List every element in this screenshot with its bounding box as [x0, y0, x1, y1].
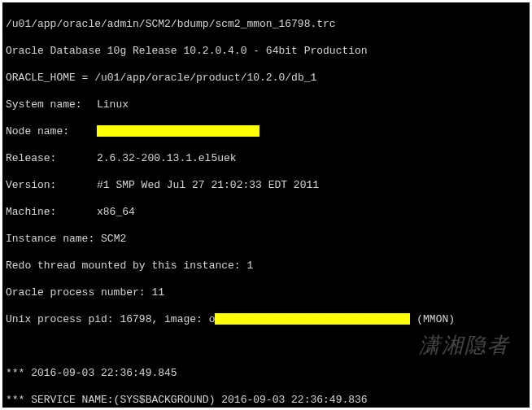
- system-name-value: Linux: [97, 98, 129, 111]
- machine-label: Machine:: [6, 206, 97, 220]
- oracle-home-value: /u01/app/oracle/product/10.2.0/db_1: [94, 72, 316, 84]
- instance-name: Instance name: SCM2: [6, 233, 526, 246]
- unix-process: Unix process pid: 16798, image: o (MMON): [6, 313, 526, 327]
- version: Version:#1 SMP Wed Jul 27 21:02:33 EDT 2…: [6, 179, 526, 193]
- version-value: #1 SMP Wed Jul 27 21:02:33 EDT 2011: [97, 179, 319, 191]
- release-label: Release:: [6, 152, 97, 166]
- unix-pid-label: Unix process pid:: [6, 313, 114, 325]
- machine: Machine:x86_64: [6, 206, 526, 220]
- db-version: Oracle Database 10g Release 10.2.0.4.0 -…: [6, 45, 526, 59]
- system-name-label: System name:: [6, 98, 97, 112]
- terminal-output: /u01/app/oracle/admin/SCM2/bdump/scm2_mm…: [2, 2, 530, 408]
- redaction-block: [215, 313, 410, 325]
- redo-thread: Redo thread mounted by this instance: 1: [6, 260, 526, 273]
- instance-name-value: SCM2: [101, 233, 126, 245]
- system-name: System name:Linux: [6, 98, 526, 112]
- node-name: Node name:: [6, 125, 526, 139]
- version-label: Version:: [6, 179, 97, 193]
- release: Release:2.6.32-200.13.1.el5uek: [6, 152, 526, 166]
- release-value: 2.6.32-200.13.1.el5uek: [97, 152, 237, 164]
- service-name: *** SERVICE NAME:(SYS$BACKGROUND) 2016-0…: [6, 394, 526, 408]
- oracle-home: ORACLE_HOME = /u01/app/oracle/product/10…: [6, 72, 526, 85]
- timestamp: *** 2016-09-03 22:36:49.845: [6, 367, 526, 381]
- trace-file-path: /u01/app/oracle/admin/SCM2/bdump/scm2_mm…: [6, 18, 526, 32]
- redaction-block: [97, 125, 259, 137]
- instance-name-label: Instance name:: [6, 233, 94, 245]
- unix-pid-value: 16798, image: o: [120, 313, 215, 325]
- unix-pid-suffix: (MMON): [410, 313, 455, 325]
- oracle-process: Oracle process number: 11: [6, 286, 526, 300]
- node-name-label: Node name:: [6, 125, 97, 139]
- machine-value: x86_64: [97, 206, 135, 218]
- frame: /u01/app/oracle/admin/SCM2/bdump/scm2_mm…: [0, 0, 532, 410]
- blank-line: [6, 340, 526, 354]
- oracle-home-label: ORACLE_HOME =: [6, 72, 88, 84]
